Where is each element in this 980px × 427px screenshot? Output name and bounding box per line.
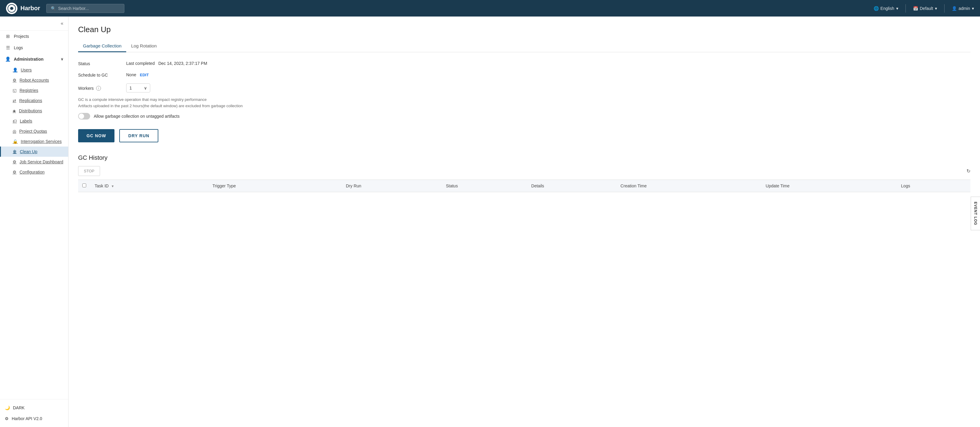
tab-garbage-collection[interactable]: Garbage Collection bbox=[78, 40, 126, 52]
task-id-filter-icon[interactable]: ▼ bbox=[111, 184, 115, 188]
content-area: Status Last completed Dec 14, 2023, 2:37… bbox=[68, 52, 980, 201]
top-nav-right: 🌐 English ▾ 📅 Default ▾ 👤 admin ▾ bbox=[873, 4, 974, 13]
toggle-label: Allow garbage collection on untagged art… bbox=[94, 114, 180, 119]
registries-label: Registries bbox=[19, 88, 38, 93]
sidebar-item-distributions[interactable]: ◈ Distributions bbox=[0, 106, 68, 116]
workers-label: Workers bbox=[78, 86, 94, 90]
interrogation-icon: 🔒 bbox=[13, 139, 18, 144]
admin-section-label: Administration bbox=[14, 57, 44, 62]
job-service-icon: ⚙ bbox=[13, 159, 16, 164]
replications-label: Replications bbox=[19, 98, 42, 103]
select-all-header bbox=[78, 180, 91, 192]
col-creation-time: Creation Time bbox=[616, 180, 761, 192]
api-version-label: Harbor API V2.0 bbox=[12, 416, 42, 421]
nav-divider-2 bbox=[944, 4, 945, 13]
edit-schedule-link[interactable]: EDIT bbox=[140, 73, 149, 77]
sidebar-item-logs[interactable]: ☰ Logs bbox=[0, 42, 68, 54]
language-label: English bbox=[881, 6, 894, 11]
project-quotas-label: Project Quotas bbox=[19, 129, 47, 133]
tabs: Garbage Collection Log Rotation bbox=[78, 40, 970, 52]
users-icon: 👤 bbox=[13, 68, 18, 72]
api-icon: ⚙ bbox=[5, 416, 9, 421]
schedule-label: Schedule to GC bbox=[78, 72, 126, 78]
robot-accounts-icon: ⚙ bbox=[13, 78, 16, 83]
workers-select[interactable]: 1 ∨ bbox=[126, 84, 150, 92]
projects-icon: ⊞ bbox=[5, 33, 11, 39]
interrogation-label: Interrogation Services bbox=[21, 139, 62, 144]
stop-button[interactable]: STOP bbox=[78, 166, 100, 176]
sidebar-item-replications[interactable]: ⇄ Replications bbox=[0, 95, 68, 106]
sidebar-item-configuration[interactable]: ⚙ Configuration bbox=[0, 167, 68, 177]
sidebar-item-projects[interactable]: ⊞ Projects bbox=[0, 31, 68, 42]
sidebar-item-label: Projects bbox=[14, 34, 29, 39]
app-body: « ⊞ Projects ☰ Logs 👤 Administration ∨ 👤… bbox=[0, 16, 980, 427]
top-nav: Harbor 🔍 Search Harbor... 🌐 English ▾ 📅 … bbox=[0, 0, 980, 16]
sidebar-item-users[interactable]: 👤 Users bbox=[0, 65, 68, 75]
user-chevron: ▾ bbox=[972, 6, 974, 11]
col-update-time: Update Time bbox=[762, 180, 897, 192]
sidebar-item-robot-accounts[interactable]: ⚙ Robot Accounts bbox=[0, 75, 68, 85]
gc-now-button[interactable]: GC NOW bbox=[78, 129, 115, 142]
sidebar-item-cleanup[interactable]: 🗑 Clean Up bbox=[0, 146, 68, 157]
calendar-selector[interactable]: 📅 Default ▾ bbox=[913, 6, 937, 11]
sidebar: « ⊞ Projects ☰ Logs 👤 Administration ∨ 👤… bbox=[0, 16, 68, 427]
labels-icon: 🏷 bbox=[13, 119, 17, 124]
labels-label: Labels bbox=[20, 119, 32, 124]
sidebar-item-labels[interactable]: 🏷 Labels bbox=[0, 116, 68, 126]
sidebar-section-admin[interactable]: 👤 Administration ∨ bbox=[0, 54, 68, 65]
history-controls: STOP ↻ bbox=[78, 166, 970, 176]
workers-chevron-icon: ∨ bbox=[144, 86, 147, 90]
sidebar-item-project-quotas[interactable]: ◎ Project Quotas bbox=[0, 126, 68, 137]
tab-log-rotation[interactable]: Log Rotation bbox=[126, 40, 161, 52]
sidebar-footer: 🌙 DARK ⚙ Harbor API V2.0 bbox=[0, 399, 68, 427]
dark-mode-toggle[interactable]: 🌙 DARK bbox=[0, 402, 68, 413]
page-header: Clean Up bbox=[68, 16, 980, 34]
action-buttons: GC NOW DRY RUN bbox=[78, 129, 970, 142]
gc-history-table: Task ID ▼ Trigger Type Dry Run Status De… bbox=[78, 179, 970, 192]
status-value: Last completed Dec 14, 2023, 2:37:17 PM bbox=[126, 61, 970, 66]
sidebar-toggle-area: « bbox=[0, 16, 68, 31]
distributions-label: Distributions bbox=[19, 108, 42, 113]
untagged-artifacts-toggle[interactable] bbox=[78, 113, 90, 119]
search-bar[interactable]: 🔍 Search Harbor... bbox=[46, 4, 124, 13]
svg-point-1 bbox=[10, 7, 13, 10]
workers-select-value: 1 bbox=[129, 86, 132, 90]
language-selector[interactable]: 🌐 English ▾ bbox=[873, 6, 898, 11]
sidebar-item-job-service-dashboard[interactable]: ⚙ Job Service Dashboard bbox=[0, 157, 68, 167]
dry-run-button[interactable]: DRY RUN bbox=[119, 129, 158, 142]
admin-chevron: ∨ bbox=[61, 57, 64, 61]
globe-icon: 🌐 bbox=[873, 6, 879, 11]
col-logs: Logs bbox=[897, 180, 970, 192]
app-name: Harbor bbox=[21, 5, 40, 12]
calendar-icon: 📅 bbox=[913, 6, 918, 11]
last-completed-label: Last completed bbox=[126, 61, 155, 66]
last-completed-value: Dec 14, 2023, 2:37:17 PM bbox=[158, 61, 207, 66]
status-label: Status bbox=[78, 61, 126, 66]
logo-icon bbox=[6, 3, 18, 14]
workers-label-row: Workers i bbox=[78, 84, 126, 92]
admin-icon: 👤 bbox=[5, 56, 11, 62]
calendar-label: Default bbox=[920, 6, 933, 11]
job-service-label: Job Service Dashboard bbox=[19, 159, 64, 164]
sidebar-item-interrogation-services[interactable]: 🔒 Interrogation Services bbox=[0, 137, 68, 146]
notice-1: GC is a compute intensive operation that… bbox=[78, 97, 970, 102]
configuration-icon: ⚙ bbox=[13, 170, 16, 175]
refresh-icon[interactable]: ↻ bbox=[966, 168, 970, 174]
sidebar-collapse-button[interactable]: « bbox=[59, 19, 65, 27]
users-label: Users bbox=[21, 68, 32, 72]
select-all-checkbox[interactable] bbox=[82, 184, 86, 187]
col-task-id: Task ID ▼ bbox=[91, 180, 208, 192]
gc-history-title: GC History bbox=[78, 154, 970, 161]
calendar-chevron: ▾ bbox=[935, 6, 937, 11]
app-logo[interactable]: Harbor bbox=[6, 3, 40, 14]
dark-mode-label: DARK bbox=[13, 405, 25, 410]
sidebar-item-registries[interactable]: ◱ Registries bbox=[0, 85, 68, 95]
search-placeholder: Search Harbor... bbox=[58, 6, 89, 11]
user-icon: 👤 bbox=[952, 6, 957, 11]
user-menu[interactable]: 👤 admin ▾ bbox=[952, 6, 974, 11]
distributions-icon: ◈ bbox=[13, 108, 16, 113]
dark-mode-icon: 🌙 bbox=[5, 405, 10, 410]
workers-info-icon[interactable]: i bbox=[96, 86, 101, 90]
api-version[interactable]: ⚙ Harbor API V2.0 bbox=[0, 413, 68, 424]
event-log-tab[interactable]: EVENT LOG bbox=[971, 197, 980, 230]
